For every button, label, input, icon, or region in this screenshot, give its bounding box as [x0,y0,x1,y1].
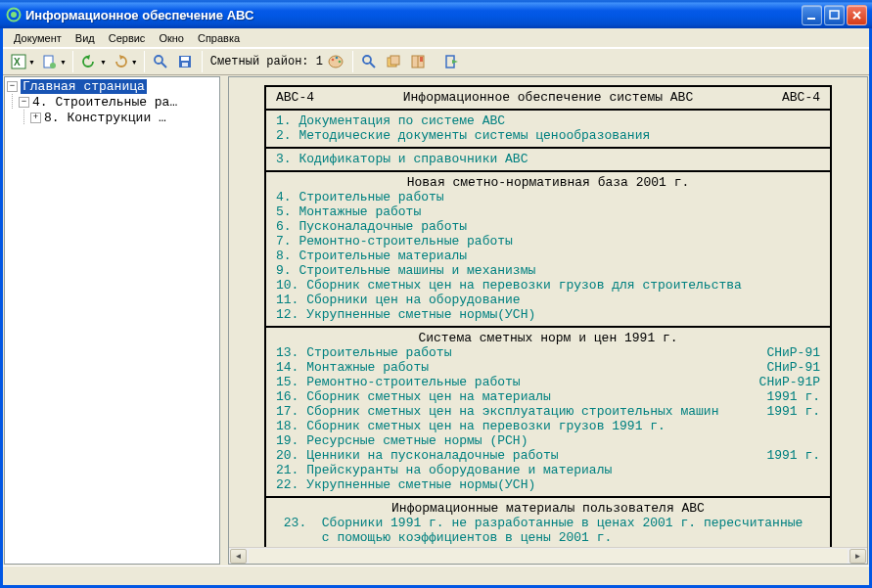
doc-link[interactable]: 9. Строительные машины и механизмы [276,263,820,278]
svg-point-9 [50,63,56,68]
maximize-button[interactable] [824,5,845,25]
dropdown-arrow-icon[interactable]: ▼ [28,59,35,66]
menu-view[interactable]: Вид [69,30,102,46]
copy-layers-icon[interactable] [383,51,405,73]
svg-rect-24 [390,56,399,65]
svg-rect-27 [420,57,423,62]
section-heading: Информационные материалы пользователя АВ… [276,501,820,516]
svg-point-1 [11,12,17,18]
doc-link[interactable]: 6. Пусконаладочные работы [276,219,820,234]
separator [202,51,203,72]
collapse-icon[interactable]: − [19,97,29,108]
separator [144,51,145,72]
scroll-left-icon[interactable]: ◄ [230,549,247,564]
doc-link[interactable]: 15. Ремонтно-строительные работыСНиР-91Р [276,375,820,389]
menu-window[interactable]: Окно [152,30,191,46]
palette-icon[interactable] [327,53,344,70]
doc-link[interactable]: 13. Строительные работыСНиР-91 [276,345,820,360]
new-doc-icon[interactable] [38,51,61,73]
splitter[interactable] [221,75,227,565]
expand-icon[interactable]: + [30,113,41,123]
tree-item[interactable]: − 4. Строительные ра… [5,94,219,110]
close-button[interactable] [847,5,867,25]
doc-link[interactable]: 1. Документация по системе АВС [276,113,820,128]
zoom-icon[interactable] [358,51,381,73]
page-title: Информационное обеспечение системы АВС [314,90,782,105]
doc-link[interactable]: 12. Укрупненные сметные нормы(УСН) [276,307,820,322]
scroll-track[interactable] [249,549,848,564]
doc-link[interactable]: 16. Сборник сметных цен на материалы1991… [276,389,820,404]
doc-link[interactable]: 7. Ремонтно-строительные работы [276,234,820,249]
menu-bar: Документ Вид Сервис Окно Справка [3,28,869,48]
section-heading: Система сметных норм и цен 1991 г. [276,331,820,345]
separator [72,51,73,72]
menu-service[interactable]: Сервис [102,30,153,46]
svg-rect-16 [182,63,188,67]
svg-marker-11 [119,55,124,60]
svg-point-20 [339,61,342,64]
search-icon[interactable] [150,51,172,73]
tree-item[interactable]: + 8. Конструкции … [5,110,219,125]
svg-line-22 [370,63,375,68]
excel-icon[interactable]: X [7,51,29,73]
doc-link[interactable]: 8. Строительные материалы [276,249,820,263]
doc-link[interactable]: 19. Ресурсные сметные нормы (РСН) [276,433,820,448]
doc-link[interactable]: 4. Строительные работы [276,190,820,204]
content-panel: АВС-4 Информационное обеспечение системы… [228,76,868,565]
smeta-region-label: Сметный район: 1 [207,53,348,70]
save-icon[interactable] [174,51,197,73]
minimize-button[interactable] [802,5,822,25]
svg-point-19 [336,57,339,60]
tree-item-label: 4. Строительные ра… [32,95,177,110]
doc-link[interactable]: 14. Монтажные работыСНиР-91 [276,360,820,375]
tree-item-label: 8. Конструкции … [44,111,166,125]
svg-point-18 [332,59,335,62]
toolbar: X▼ ▼ ▼ ▼ Сметный район: 1 [3,48,869,75]
scroll-right-icon[interactable]: ► [849,549,866,564]
svg-rect-3 [830,11,839,19]
svg-point-21 [363,56,371,64]
doc-link[interactable]: 2. Методические документы системы ценооб… [276,128,820,143]
section-heading: Новая сметно-нормативная база 2001 г. [276,175,820,190]
collapse-icon[interactable]: − [7,81,18,92]
exit-icon[interactable] [441,51,464,73]
doc-link[interactable]: 10. Сборник сметных цен на перевозки гру… [276,278,820,293]
doc-link[interactable]: 20. Ценники на пусконаладочные работы199… [276,448,820,463]
doc-main-box: АВС-4 Информационное обеспечение системы… [264,85,832,547]
book-icon[interactable] [407,51,430,73]
menu-help[interactable]: Справка [191,30,247,46]
svg-rect-2 [807,18,815,20]
undo-icon[interactable] [78,51,101,73]
header-right: АВС-4 [782,90,820,105]
status-bar [3,565,869,585]
svg-text:X: X [14,57,21,68]
doc-link[interactable]: 5. Монтажные работы [276,204,820,219]
window-title: Информационное обеспечение АВС [25,8,802,23]
doc-link[interactable]: 3. Кодификаторы и справочники АВС [276,152,820,166]
svg-point-12 [155,56,162,64]
tree-root-label: Главная страница [21,79,147,94]
svg-line-13 [161,63,166,68]
doc-link[interactable]: с помощью коэффициентов в цены 2001 г. [276,530,820,545]
doc-link[interactable]: 11. Сборники цен на оборудование [276,293,820,307]
menu-document[interactable]: Документ [7,30,69,46]
dropdown-arrow-icon[interactable]: ▼ [60,59,67,66]
header-left: АВС-4 [276,90,314,105]
doc-link[interactable]: 23. Сборники 1991 г. не разработанные в … [276,516,820,530]
app-icon [6,7,22,23]
tree-root[interactable]: − Главная страница [5,78,219,94]
svg-rect-15 [181,57,189,61]
svg-marker-29 [452,60,458,64]
horizontal-scrollbar[interactable]: ◄ ► [229,547,867,564]
doc-link[interactable]: 18. Сборник сметных цен на перевозки гру… [276,419,820,433]
title-bar: Информационное обеспечение АВС [0,0,872,28]
doc-link[interactable]: 22. Укрупненные сметные нормы(УСН) [276,477,820,492]
doc-link[interactable]: 17. Сборник сметных цен на эксплуатацию … [276,404,820,419]
svg-marker-10 [85,55,90,60]
doc-link[interactable]: 21. Прейскуранты на оборудование и матер… [276,463,820,477]
separator [352,51,353,72]
tree-panel: − Главная страница − 4. Строительные ра…… [4,76,220,565]
dropdown-arrow-icon[interactable]: ▼ [100,59,107,66]
redo-icon[interactable] [110,51,132,73]
dropdown-arrow-icon[interactable]: ▼ [131,59,138,66]
